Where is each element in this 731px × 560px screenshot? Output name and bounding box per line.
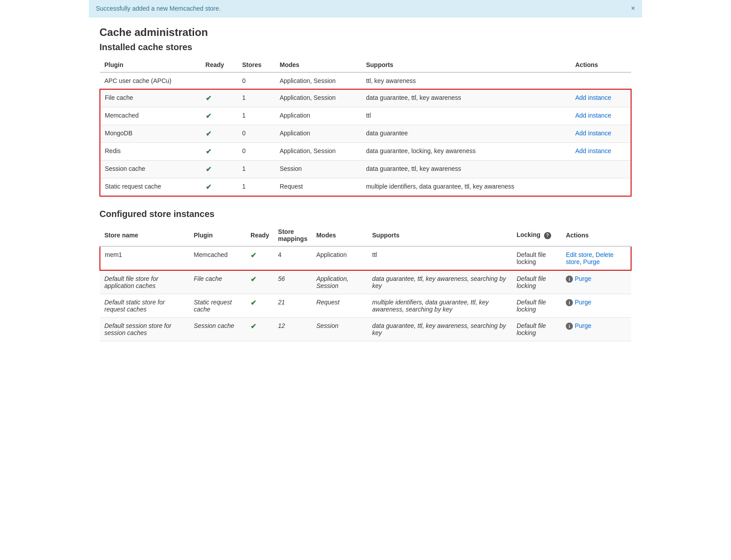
locking-cell: Default file locking [512, 318, 561, 341]
table-cell: 1 [238, 178, 275, 197]
table-cell: 0 [238, 72, 275, 89]
add-instance-link[interactable]: Add instance [575, 130, 611, 137]
table-cell: ttl [362, 107, 571, 125]
ready-checkmark: ✔ [206, 95, 211, 102]
add-instance-link[interactable]: Add instance [575, 94, 611, 101]
col-plugin: Plugin [100, 58, 201, 72]
store-mappings-cell: 56 [274, 270, 312, 294]
table-cell: Application [275, 125, 362, 143]
table-cell: multiple identifiers, data guarantee, tt… [362, 178, 571, 197]
ready-checkmark: ✔ [250, 276, 256, 283]
page-title: Cache administration [99, 26, 632, 39]
purge-link[interactable]: Purge [575, 299, 591, 306]
supports-cell: data guarantee, ttl, key awareness, sear… [368, 270, 512, 294]
col-supports: Supports [362, 58, 571, 72]
col-ready: Ready [201, 58, 238, 72]
modes-cell: Request [312, 294, 368, 318]
table-cell: ✔ [201, 107, 238, 125]
installed-section-title: Installed cache stores [99, 42, 632, 52]
plugin-cell: File cache [189, 270, 246, 294]
ready-checkmark: ✔ [250, 323, 256, 330]
ready-checkmark: ✔ [206, 183, 211, 191]
action-cell: Add instance [571, 89, 631, 107]
actions-cell: Edit store, Delete store, Purge [561, 246, 631, 270]
table-cell: 1 [238, 107, 275, 125]
table-cell: Application [275, 107, 362, 125]
action-cell: Add instance [571, 125, 631, 143]
col-actions: Actions [571, 58, 631, 72]
store-mappings-cell: 12 [274, 318, 312, 341]
table-cell: 1 [238, 161, 275, 178]
table-cell: ✔ [201, 161, 238, 178]
table-row: Redis✔0Application, Sessiondata guarante… [100, 143, 631, 161]
table-cell: data guarantee, ttl, key awareness [362, 161, 571, 178]
notification-bar: Successfully added a new Memcached store… [89, 0, 642, 17]
col-actions: Actions [561, 225, 631, 246]
purge-link[interactable]: Purge [575, 322, 591, 329]
col-ready: Ready [246, 225, 274, 246]
col-locking: Locking ? [512, 225, 561, 246]
notification-close-button[interactable]: × [631, 4, 635, 12]
supports-cell: ttl [368, 246, 512, 270]
table-row: Session cache✔1Sessiondata guarantee, tt… [100, 161, 631, 178]
add-instance-link[interactable]: Add instance [575, 147, 611, 154]
ready-checkmark: ✔ [206, 112, 211, 120]
table-cell: Memcached [100, 107, 201, 125]
table-cell: ✔ [201, 89, 238, 107]
locking-cell: Default file locking [512, 270, 561, 294]
store-name-cell: mem1 [100, 246, 189, 270]
ready-checkmark: ✔ [250, 252, 256, 259]
table-cell: Request [275, 178, 362, 197]
action-cell [571, 72, 631, 89]
table-cell: Session cache [100, 161, 201, 178]
installed-table-header: Plugin Ready Stores Modes Supports Actio… [100, 58, 631, 72]
store-name-cell: Default session store for session caches [100, 318, 189, 341]
plugin-cell: Static request cache [189, 294, 246, 318]
col-supports: Supports [368, 225, 512, 246]
col-modes: Modes [275, 58, 362, 72]
table-cell: ttl, key awareness [362, 72, 571, 89]
store-mappings-cell: 4 [274, 246, 312, 270]
info-icon[interactable]: i [566, 323, 573, 330]
add-instance-link[interactable]: Add instance [575, 112, 611, 119]
modes-cell: Session [312, 318, 368, 341]
ready-cell: ✔ [246, 246, 274, 270]
table-cell: 0 [238, 143, 275, 161]
table-cell: Redis [100, 143, 201, 161]
edit-store-link[interactable]: Edit store [566, 251, 592, 258]
table-row: Default static store for request cachesS… [100, 294, 631, 318]
table-row: MongoDB✔0Applicationdata guaranteeAdd in… [100, 125, 631, 143]
table-cell: MongoDB [100, 125, 201, 143]
ready-checkmark: ✔ [250, 299, 256, 307]
table-row: Static request cache✔1Requestmultiple id… [100, 178, 631, 197]
locking-help-icon[interactable]: ? [544, 232, 551, 239]
action-cell [571, 178, 631, 197]
col-store-name: Store name [100, 225, 189, 246]
col-modes: Modes [312, 225, 368, 246]
actions-cell: iPurge [561, 318, 631, 341]
table-cell: data guarantee, locking, key awareness [362, 143, 571, 161]
ready-cell: ✔ [246, 318, 274, 341]
store-name-cell: Default file store for application cache… [100, 270, 189, 294]
table-cell [201, 72, 238, 89]
store-name-cell: Default static store for request caches [100, 294, 189, 318]
configured-section-title: Configured store instances [99, 209, 632, 219]
installed-cache-stores-table: Plugin Ready Stores Modes Supports Actio… [99, 58, 632, 197]
table-cell: Application, Session [275, 72, 362, 89]
table-row: File cache✔1Application, Sessiondata gua… [100, 89, 631, 107]
table-cell: Application, Session [275, 143, 362, 161]
info-icon[interactable]: i [566, 276, 573, 283]
locking-cell: Default file locking [512, 294, 561, 318]
table-cell: 1 [238, 89, 275, 107]
info-icon[interactable]: i [566, 299, 573, 306]
purge-link[interactable]: Purge [575, 275, 591, 282]
action-cell [571, 161, 631, 178]
locking-cell: Default file locking [512, 246, 561, 270]
actions-cell: iPurge [561, 270, 631, 294]
table-cell: Application, Session [275, 89, 362, 107]
purge-link[interactable]: Purge [583, 258, 600, 265]
table-cell: APC user cache (APCu) [100, 72, 201, 89]
table-cell: data guarantee, ttl, key awareness [362, 89, 571, 107]
notification-message: Successfully added a new Memcached store… [96, 5, 221, 12]
store-mappings-cell: 21 [274, 294, 312, 318]
